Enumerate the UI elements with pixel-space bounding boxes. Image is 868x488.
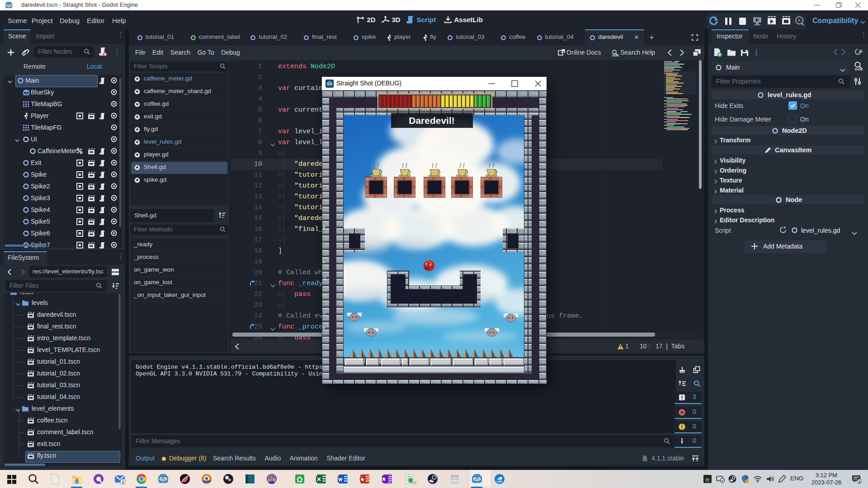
svg-text:DOC: DOC <box>612 54 619 57</box>
svg-text:DOC: DOC <box>855 67 863 71</box>
svg-text:6: 6 <box>859 479 861 484</box>
svg-text:2: 2 <box>122 480 124 484</box>
svg-text:Daredevil!: Daredevil! <box>409 115 455 126</box>
